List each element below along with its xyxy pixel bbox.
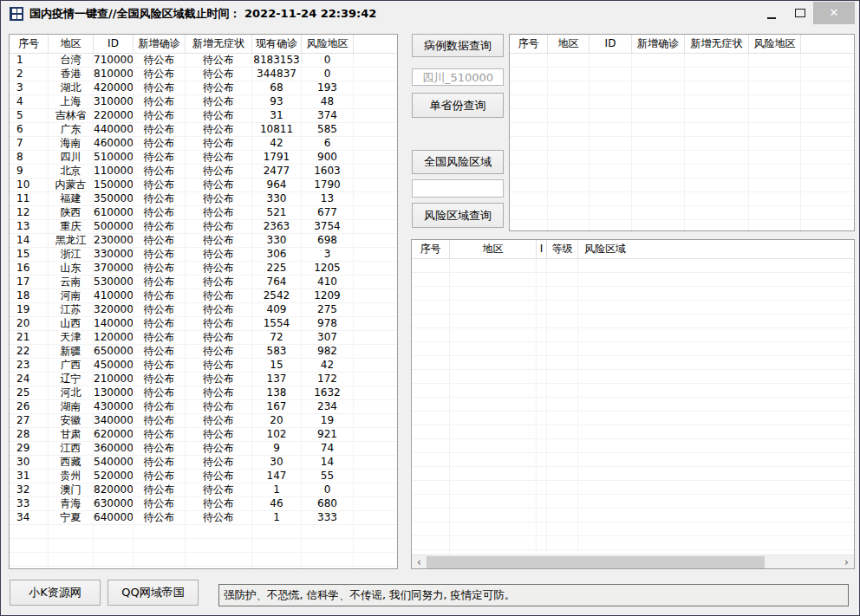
column-header[interactable]: 风险地区 [302,35,354,53]
table-row[interactable]: 32澳门820000待公布待公布10 [10,483,397,497]
table-row[interactable]: 9北京110000待公布待公布24771603 [10,165,397,178]
table-row[interactable]: 12陕西610000待公布待公布521677 [10,206,397,220]
empty-table-row [510,178,854,192]
empty-cell [10,553,49,566]
table-row[interactable]: 8四川510000待公布待公布1791900 [10,151,397,165]
empty-cell [49,553,94,566]
table-row[interactable]: 34宁夏640000待公布待公布1333 [10,511,397,525]
table-row[interactable]: 17云南530000待公布待公布764410 [10,276,397,289]
xiaok-resource-site-button[interactable]: 小K资源网 [10,580,101,606]
table-row[interactable]: 25河北130000待公布待公布1381632 [10,386,397,400]
column-header[interactable]: ID [590,35,632,53]
column-header[interactable]: 序号 [510,35,548,53]
table-cell: 583 [252,345,302,358]
column-header[interactable]: 风险地区 [749,35,801,53]
table-row[interactable]: 27安徽340000待公布待公布2019 [10,414,397,428]
column-header[interactable]: 新增无症状 [186,35,252,53]
scroll-left-icon: ‹ [417,556,421,568]
table-row[interactable]: 6广东440000待公布待公布10811585 [10,123,397,137]
case-data-query-button[interactable]: 病例数据查询 [412,34,504,57]
scroll-left-button[interactable]: ‹ [412,555,427,569]
table-cell: 978 [302,317,354,330]
table-cell: 110000 [94,165,134,178]
column-header[interactable] [801,35,855,53]
column-header[interactable]: 新增无症状 [685,35,749,53]
table-row[interactable]: 31贵州520000待公布待公布14755 [10,470,397,483]
table-row[interactable]: 15浙江330000待公布待公布3063 [10,248,397,262]
column-header[interactable]: 等级 [547,240,578,258]
empty-cell [450,439,537,452]
single-province-query-button[interactable]: 单省份查询 [412,93,504,118]
scrollbar-thumb[interactable] [427,556,765,568]
table-header-row: 序号地区ID新增确诊新增无症状风险地区 [510,35,854,54]
table-row[interactable]: 21天津120000待公布待公布72307 [10,331,397,345]
table-row[interactable]: 26湖南430000待公布待公布167234 [10,400,397,414]
table-row[interactable]: 1台湾710000待公布待公布81831530 [10,54,397,68]
empty-cell [801,178,855,191]
table-row[interactable]: 29江西360000待公布待公布974 [10,442,397,456]
column-header[interactable]: I [537,240,547,258]
column-header[interactable]: 地区 [49,35,94,53]
table-row[interactable]: 14黑龙江230000待公布待公布330698 [10,234,397,248]
table-row[interactable]: 28甘肃620000待公布待公布102921 [10,428,397,442]
qq-domain-empire-button[interactable]: QQ网域帝国 [108,580,199,606]
table-cell: 137 [252,373,302,386]
scroll-right-button[interactable]: › [839,555,854,569]
empty-table-row [510,220,854,231]
table-cell: 待公布 [186,123,252,136]
table-row[interactable]: 24辽宁210000待公布待公布137172 [10,373,397,386]
table-cell [354,373,398,386]
risk-region-query-button[interactable]: 风险区域查询 [412,203,504,228]
table-row[interactable]: 19江苏320000待公布待公布409275 [10,303,397,317]
empty-cell [252,567,302,569]
minimize-button[interactable] [759,2,785,24]
table-row[interactable]: 30西藏540000待公布待公布3014 [10,456,397,470]
table-row[interactable]: 13重庆500000待公布待公布23633754 [10,220,397,234]
maximize-button[interactable] [786,2,814,24]
table-row[interactable]: 10内蒙古150000待公布待公布9641790 [10,178,397,192]
table-row[interactable]: 23广西450000待公布待公布1542 [10,359,397,373]
empty-cell [186,553,252,566]
column-header[interactable]: 地区 [450,240,537,258]
table-row[interactable]: 3湖北420000待公布待公布68193 [10,81,397,95]
column-header[interactable]: 新增确诊 [134,35,186,53]
empty-cell [548,81,590,94]
province-id-input[interactable] [412,68,504,86]
column-header[interactable] [354,35,398,53]
table-row[interactable]: 16山东370000待公布待公布2251205 [10,262,397,276]
risk-region-table[interactable]: 序号地区I等级风险区域‹› [411,239,855,569]
province-case-table[interactable]: 序号地区ID新增确诊新增无症状现有确诊风险地区1台湾710000待公布待公布81… [9,34,398,569]
column-header[interactable]: 序号 [10,35,49,53]
column-header[interactable]: 现有确诊 [252,35,302,53]
table-row[interactable]: 33青海630000待公布待公布46680 [10,497,397,511]
table-cell: 12 [10,206,49,219]
table-cell: 764 [252,276,302,289]
column-header[interactable]: 地区 [548,35,590,53]
table-cell: 1205 [302,262,354,275]
query-result-table[interactable]: 序号地区ID新增确诊新增无症状风险地区 [509,34,855,231]
horizontal-scrollbar[interactable]: ‹› [412,554,854,568]
close-button[interactable]: ✕ [813,2,855,24]
empty-cell [547,439,578,452]
risk-region-input[interactable] [412,179,504,198]
table-row[interactable]: 22新疆650000待公布待公布583982 [10,345,397,359]
table-row[interactable]: 11福建350000待公布待公布33013 [10,192,397,206]
table-row[interactable]: 5吉林省220000待公布待公布31374 [10,109,397,123]
empty-cell [302,539,354,552]
table-row[interactable]: 7海南460000待公布待公布426 [10,137,397,151]
column-header[interactable]: ID [94,35,134,53]
empty-cell [537,509,547,522]
table-cell: 120000 [94,331,134,344]
table-row[interactable]: 2香港810000待公布待公布3448370 [10,68,397,81]
column-header[interactable]: 风险区域 [578,240,855,258]
table-row[interactable]: 18河南410000待公布待公布25421209 [10,289,397,303]
column-header[interactable]: 新增确诊 [632,35,685,53]
table-cell: 1632 [302,386,354,399]
national-risk-area-button[interactable]: 全国风险区域 [412,150,504,174]
table-row[interactable]: 20山西140000待公布待公布1554978 [10,317,397,331]
table-row[interactable]: 4上海310000待公布待公布9348 [10,95,397,109]
empty-cell [537,259,547,272]
table-cell: 640000 [94,511,134,524]
column-header[interactable]: 序号 [412,240,450,258]
title-bar[interactable]: 国内疫情一键查//全国风险区域截止时间： 2022-11-24 22:39:42… [1,1,859,27]
